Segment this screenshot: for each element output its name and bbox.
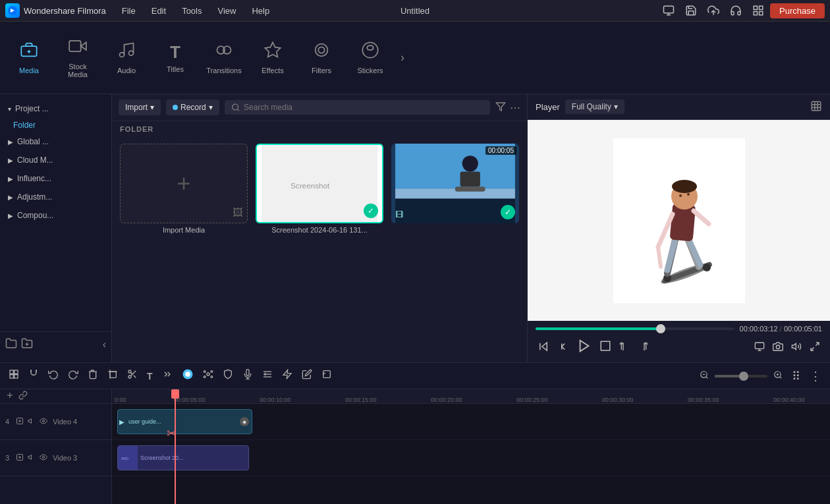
menu-edit[interactable]: Edit (145, 3, 173, 18)
purchase-button[interactable]: Purchase (770, 3, 825, 18)
redo-btn[interactable] (65, 367, 82, 385)
menu-view[interactable]: View (211, 3, 242, 18)
filter-icon[interactable] (495, 101, 506, 114)
menu-file[interactable]: File (115, 3, 142, 18)
tool-effects[interactable]: Effects (249, 28, 296, 88)
stop-btn[interactable] (597, 338, 613, 357)
link-tracks-btn[interactable] (18, 391, 28, 402)
mic-btn[interactable] (239, 367, 256, 385)
fullscreen-btn[interactable] (808, 339, 822, 356)
snapshot-btn[interactable] (771, 339, 785, 356)
record-button[interactable]: Record ▾ (166, 99, 219, 115)
sidebar-item-label-compound: Compou... (17, 211, 53, 220)
more-timeline-btn[interactable]: ⋮ (806, 367, 825, 385)
search-input[interactable] (244, 103, 484, 112)
tool-filters[interactable]: Filters (298, 28, 345, 88)
track-3-thumb-art: IMG (120, 448, 136, 468)
animation-btn[interactable] (279, 367, 296, 385)
track-4-clip[interactable]: ▶ user guide... ◈ (117, 409, 252, 434)
shield-btn[interactable] (219, 367, 236, 385)
save-icon[interactable] (682, 1, 700, 20)
import-image-icon: 🖼 (233, 207, 243, 219)
zoom-out-btn[interactable] (696, 367, 712, 385)
add-track-btn[interactable] (5, 391, 14, 402)
text-btn[interactable]: T (144, 369, 156, 383)
crop-btn[interactable] (104, 367, 121, 385)
track-btn[interactable] (259, 367, 276, 385)
media-item-screenshot[interactable]: Screenshot ✓ Screenshot 2024-06-16 131..… (256, 144, 383, 234)
effects-icon (263, 41, 282, 64)
quality-select[interactable]: Full Quality ▾ (565, 99, 624, 114)
sidebar-item-cloud[interactable]: ▶ Cloud M... (0, 151, 111, 169)
track-4-add-btn[interactable] (16, 416, 24, 427)
mark-out-btn[interactable] (636, 339, 650, 356)
export-frame-btn[interactable] (752, 339, 767, 356)
video-thumb[interactable]: 00:00:05 ✓ 🎞 (391, 144, 519, 223)
screenshot-thumb[interactable]: Screenshot ✓ (256, 144, 383, 223)
upload-icon[interactable] (704, 1, 723, 20)
grid-icon[interactable] (749, 1, 767, 20)
forward-btn[interactable] (159, 367, 176, 385)
add-item-btn[interactable] (21, 337, 33, 352)
delete-btn[interactable] (84, 367, 101, 385)
more-icon[interactable]: ⋯ (510, 101, 520, 114)
playhead-handle[interactable] (171, 389, 179, 399)
video-duration: 00:00:05 (485, 146, 516, 155)
toolbar-more-btn[interactable]: › (395, 45, 410, 70)
undo-btn[interactable] (45, 367, 62, 385)
tool-stock-media[interactable]: Stock Media (54, 28, 101, 88)
play-btn[interactable] (575, 337, 594, 358)
track-3-eye-btn[interactable] (40, 453, 47, 463)
tool-audio[interactable]: Audio (103, 28, 150, 88)
sidebar-item-project[interactable]: ▾ Project ... (0, 99, 111, 118)
menu-tools[interactable]: Tools (175, 3, 208, 18)
cut-btn[interactable] (124, 367, 141, 385)
add-folder-btn[interactable] (5, 337, 17, 352)
particles-btn[interactable] (200, 367, 217, 385)
zoom-thumb[interactable] (739, 372, 748, 381)
track-3-clip[interactable]: IMG Screenshot 20... (117, 445, 249, 470)
zoom-in-btn[interactable] (770, 367, 786, 385)
collapse-panel-btn[interactable]: ‹ (103, 339, 106, 350)
progress-thumb[interactable] (656, 324, 665, 333)
tool-media[interactable]: Media (5, 28, 53, 88)
svg-point-20 (318, 47, 324, 53)
progress-track[interactable] (536, 327, 734, 330)
player-expand-btn[interactable] (810, 100, 822, 114)
track-3-audio-btn[interactable] (28, 453, 36, 463)
menu-help[interactable]: Help (245, 3, 276, 18)
tool-stickers[interactable]: Stickers (346, 28, 394, 88)
sidebar-item-compound[interactable]: ▶ Compou... (0, 206, 111, 225)
skip-back-btn[interactable] (536, 339, 551, 356)
sidebar-item-folder[interactable]: Folder (0, 118, 111, 132)
sidebar-item-global[interactable]: ▶ Global ... (0, 132, 111, 151)
zoom-track[interactable] (715, 375, 767, 378)
volume-btn[interactable] (789, 339, 804, 356)
sidebar-item-influencer[interactable]: ▶ Influenc... (0, 169, 111, 188)
frame-back-btn[interactable] (555, 339, 571, 356)
import-thumb[interactable]: + 🖼 (120, 144, 248, 223)
rotate-btn[interactable] (318, 367, 335, 385)
track-3-add-btn[interactable] (16, 453, 24, 463)
camera-swap-btn[interactable] (298, 367, 316, 385)
grid-timeline-btn[interactable]: ⠿ (788, 367, 804, 385)
magnet-btn[interactable] (25, 367, 42, 385)
sidebar-item-adjustment[interactable]: ▶ Adjustm... (0, 188, 111, 206)
split-view-btn[interactable] (5, 367, 22, 385)
left-panel: ▾ Project ... Folder ▶ Global ... ▶ Clou… (0, 94, 112, 362)
track-4-eye-btn[interactable] (40, 416, 47, 427)
current-time: 00:00:03:12 (740, 325, 778, 333)
search-bar (225, 100, 490, 115)
tool-titles[interactable]: T Titles (152, 28, 199, 88)
svg-marker-18 (265, 42, 280, 57)
record-timeline-btn[interactable] (179, 366, 197, 385)
headphone-icon[interactable] (727, 1, 745, 20)
timeline-playhead[interactable] (175, 389, 176, 504)
media-item-video[interactable]: 00:00:05 ✓ 🎞 (391, 144, 519, 234)
monitor-icon[interactable] (659, 1, 678, 20)
media-item-import[interactable]: + 🖼 Import Media (120, 144, 248, 234)
import-button[interactable]: Import ▾ (119, 99, 161, 115)
track-4-audio-btn[interactable] (28, 416, 36, 427)
mark-in-btn[interactable] (617, 339, 632, 356)
tool-transitions[interactable]: Transitions (200, 28, 248, 88)
